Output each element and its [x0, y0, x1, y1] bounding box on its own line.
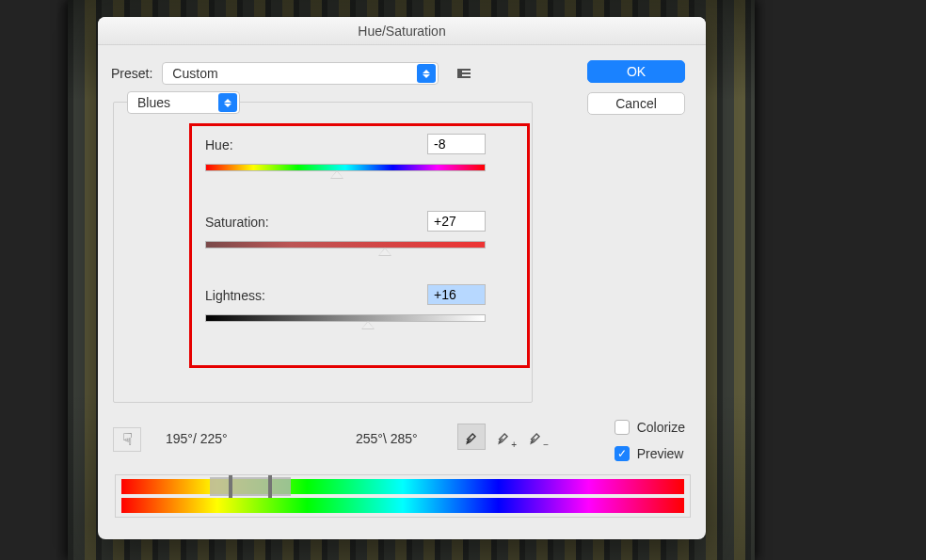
hue-label: Hue:: [205, 137, 233, 152]
eyedropper-subtract-icon[interactable]: −: [521, 424, 550, 450]
preset-select-value: Custom: [172, 66, 217, 81]
preset-select[interactable]: Custom: [162, 62, 439, 85]
spectrum-output: [121, 498, 684, 513]
ok-button[interactable]: OK: [587, 60, 685, 83]
saturation-thumb[interactable]: [378, 244, 391, 255]
spectrum-panel: [115, 474, 691, 518]
preview-checkbox[interactable]: Preview: [615, 446, 685, 461]
chevrons-icon: [417, 64, 436, 83]
spectrum-input[interactable]: [121, 479, 684, 494]
hue-track: [205, 164, 486, 171]
lightness-thumb[interactable]: [361, 317, 375, 328]
preset-row: Preset: Custom: [111, 62, 474, 85]
color-range-value: Blues: [137, 95, 170, 110]
lightness-slider[interactable]: [205, 314, 486, 328]
checkbox-group: Colorize Preview: [615, 420, 685, 461]
saturation-slider[interactable]: [205, 241, 486, 254]
saturation-input[interactable]: +27: [427, 211, 486, 232]
saturation-track: [205, 241, 486, 248]
lightness-row: Lightness: +16: [205, 288, 486, 303]
cancel-button[interactable]: Cancel: [587, 92, 685, 115]
hue-thumb[interactable]: [330, 167, 343, 178]
preview-label: Preview: [637, 446, 684, 461]
eyedropper-add-icon[interactable]: +: [489, 424, 518, 450]
saturation-label: Saturation:: [205, 215, 269, 230]
preset-options-icon[interactable]: [457, 67, 474, 80]
dialog-body: Preset: Custom OK Cancel Blues Hue: -8: [98, 45, 706, 539]
saturation-row: Saturation: +27: [205, 215, 486, 230]
colorize-checkbox[interactable]: Colorize: [615, 420, 685, 435]
range-readout-inner: 195°/ 225°: [166, 431, 228, 446]
lightness-track: [205, 314, 486, 322]
lightness-label: Lightness:: [205, 288, 265, 303]
checkbox-icon: [615, 420, 630, 435]
dialog-title: Hue/Saturation: [98, 17, 706, 45]
checkbox-icon: [615, 446, 630, 461]
colorize-label: Colorize: [637, 420, 685, 435]
targeted-adjustment-icon[interactable]: ☟: [113, 427, 141, 452]
hue-input[interactable]: -8: [427, 134, 486, 154]
hue-slider[interactable]: [205, 164, 486, 177]
color-range-select[interactable]: Blues: [127, 91, 240, 114]
preset-label: Preset:: [111, 66, 152, 81]
range-readout-outer: 255°\ 285°: [356, 431, 418, 446]
eyedropper-group: + −: [457, 424, 550, 450]
hue-saturation-dialog: Hue/Saturation Preset: Custom OK Cancel …: [98, 17, 706, 539]
hue-row: Hue: -8: [205, 137, 486, 152]
lightness-input[interactable]: +16: [427, 284, 486, 305]
chevrons-icon: [218, 93, 237, 112]
plus-icon: +: [511, 440, 517, 450]
spectrum-range-marker[interactable]: [210, 477, 291, 496]
minus-icon: −: [543, 440, 549, 450]
eyedropper-icon[interactable]: [457, 424, 486, 450]
